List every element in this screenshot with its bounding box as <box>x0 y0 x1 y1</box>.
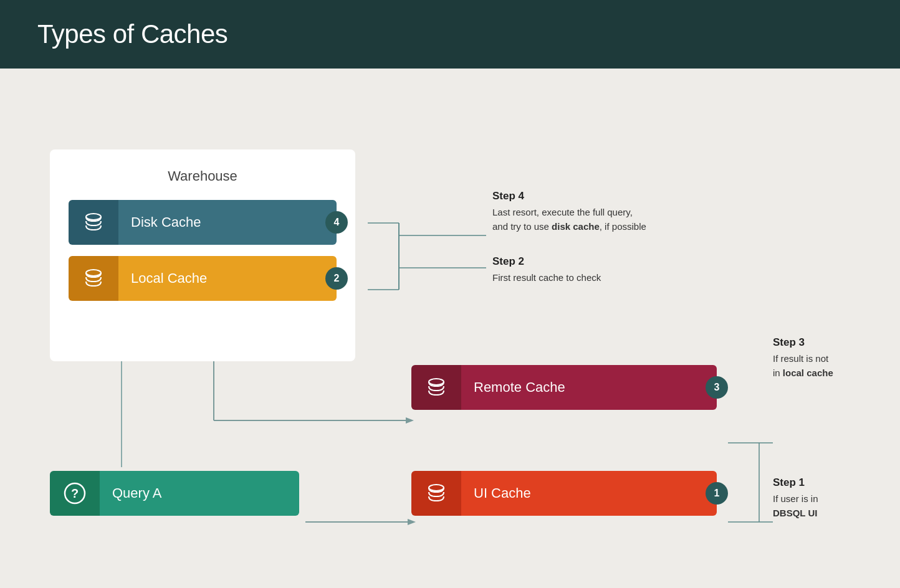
svg-point-22 <box>429 379 444 385</box>
remote-cache-icon-bg <box>411 365 461 410</box>
step1-desc: Step 1 If user is inDBSQL UI <box>773 477 818 520</box>
ui-cache-db-icon <box>424 481 448 505</box>
step1-text: If user is inDBSQL UI <box>773 492 818 520</box>
step4-text: Last resort, execute the full query,and … <box>492 206 646 234</box>
step3-title: Step 3 <box>773 336 833 349</box>
disk-cache-bar: Disk Cache 4 <box>69 200 337 245</box>
ui-cache-label: UI Cache <box>474 485 531 501</box>
step2-text: First result cache to check <box>492 271 601 285</box>
remote-cache-step-badge: 3 <box>706 376 728 399</box>
local-cache-db-icon <box>82 267 105 290</box>
ui-cache-step-badge: 1 <box>706 482 728 505</box>
query-a-text-section: Query A <box>100 471 299 516</box>
query-a-label: Query A <box>112 485 161 501</box>
svg-point-20 <box>86 214 101 220</box>
query-a-wrapper: ? Query A <box>50 471 299 526</box>
query-icon-svg: ? <box>61 480 89 507</box>
ui-cache-wrapper: UI Cache 1 <box>411 471 717 526</box>
disk-cache-label: Disk Cache <box>131 214 201 230</box>
remote-cache-label: Remote Cache <box>474 379 565 396</box>
svg-point-21 <box>86 270 101 276</box>
svg-point-23 <box>429 485 444 491</box>
svg-text:?: ? <box>71 486 79 500</box>
step4-bold: disk cache <box>552 221 600 232</box>
local-cache-label: Local Cache <box>131 270 207 287</box>
step4-title: Step 4 <box>492 190 646 202</box>
query-a-icon-bg: ? <box>50 471 100 516</box>
ui-cache-text-section: UI Cache <box>461 471 717 516</box>
local-cache-text-section: Local Cache <box>118 256 337 301</box>
page-header: Types of Caches <box>0 0 900 69</box>
disk-cache-db-icon <box>82 211 105 234</box>
remote-cache-text-section: Remote Cache <box>461 365 717 410</box>
disk-cache-step-badge: 4 <box>325 211 348 234</box>
step2-desc: Step 2 First result cache to check <box>492 255 601 285</box>
page-title: Types of Caches <box>37 19 227 49</box>
local-cache-step-badge: 2 <box>325 267 348 290</box>
local-cache-icon-bg <box>69 256 118 301</box>
ui-cache-icon-bg <box>411 471 461 516</box>
main-content: Warehouse Disk Cache 4 <box>0 69 900 588</box>
warehouse-box: Warehouse Disk Cache 4 <box>50 149 355 361</box>
warehouse-label: Warehouse <box>69 168 337 184</box>
step3-bold: local cache <box>783 368 833 378</box>
step1-title: Step 1 <box>773 477 818 489</box>
disk-cache-text-section: Disk Cache <box>118 200 337 245</box>
step1-bold: DBSQL UI <box>773 508 817 518</box>
ui-cache-bar: UI Cache 1 <box>411 471 717 516</box>
remote-cache-bar: Remote Cache 3 <box>411 365 717 410</box>
remote-cache-db-icon <box>424 376 448 399</box>
step3-desc: Step 3 If result is notin local cache <box>773 336 833 380</box>
step3-text: If result is notin local cache <box>773 352 833 380</box>
local-cache-bar: Local Cache 2 <box>69 256 337 301</box>
query-a-bar: ? Query A <box>50 471 299 516</box>
disk-cache-icon-bg <box>69 200 118 245</box>
remote-cache-wrapper: Remote Cache 3 <box>411 365 717 420</box>
step2-title: Step 2 <box>492 255 601 268</box>
step4-desc: Step 4 Last resort, execute the full que… <box>492 190 646 234</box>
